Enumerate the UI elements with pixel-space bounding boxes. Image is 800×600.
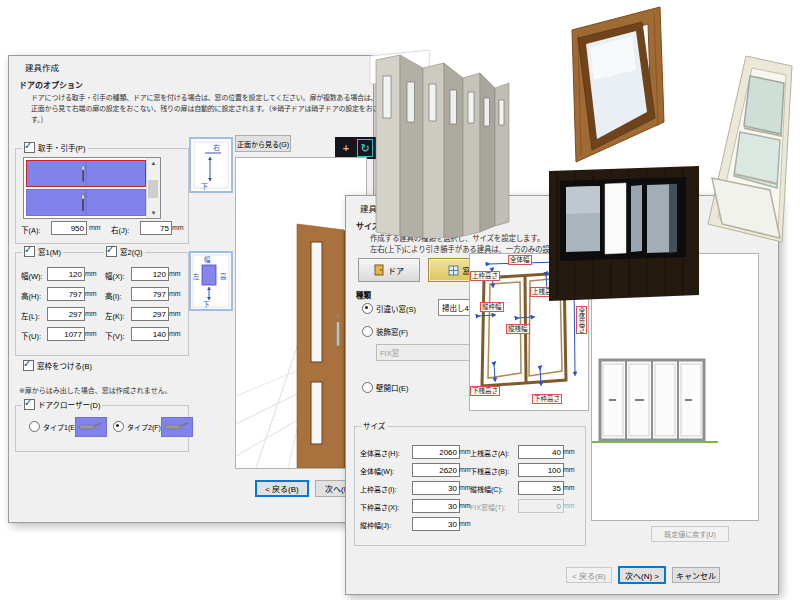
scroll-down-icon[interactable]: ▼ (147, 208, 160, 218)
awning-window-3d-image (694, 42, 800, 250)
sliding-window-radio-label: 引違い窓(S) (376, 303, 416, 314)
bottom-frame-unit: mm (459, 502, 471, 509)
sliding-window-radio[interactable] (362, 303, 373, 314)
door-options-desc1: ドアにつける取手・引手の種類、ドアに窓を付ける場合は、窓の位置を設定してください… (31, 92, 377, 102)
dim-overall-height: 全体高さ (576, 306, 587, 334)
handle-list-scrollbar[interactable]: ▲ ▼ (146, 158, 160, 218)
pan-icon[interactable]: + (338, 140, 354, 156)
handle-right-label: 右(J): (111, 224, 129, 235)
fix-window-input (518, 499, 564, 513)
w2-height-label: 高(I): (105, 290, 122, 301)
handle-bottom-unit: mm (89, 224, 101, 231)
closer-type2-label: タイプ2(F) (127, 422, 161, 432)
w1-height-unit: mm (85, 290, 97, 297)
folding-door-3d-image (368, 46, 538, 238)
side-frame-input[interactable] (412, 517, 460, 531)
center-rail-input[interactable] (518, 481, 564, 495)
screenshot-canvas: 建具作成 ドアのオプション ドアにつける取手・引手の種類、ドアに窓を付ける場合は… (0, 0, 800, 600)
thumb2-left-label: 左 (193, 272, 200, 280)
bottom-frame-label: 下枠高さ(X): (360, 502, 399, 512)
w1-bottom-unit: mm (85, 330, 97, 337)
closer-type2-radio[interactable] (113, 421, 124, 432)
w1-left-unit: mm (85, 310, 97, 317)
fix-window-label: FIX窓幅(T): (470, 502, 506, 512)
handle-bottom-input[interactable] (51, 221, 87, 235)
tab-door-label: ドア (388, 265, 404, 276)
side-frame-unit: mm (459, 520, 471, 527)
wall-opening-radio[interactable] (362, 382, 373, 393)
w1-height-label: 高(H): (21, 290, 41, 301)
window1-checkbox[interactable] (24, 246, 35, 257)
dim-bottom-rail: 下桟高さ (470, 386, 500, 396)
bottom-rail-label: 下桟高さ(B): (470, 466, 509, 476)
w2-width-input[interactable] (131, 267, 169, 281)
top-rail-label: 上桟高さ(A): (470, 448, 509, 458)
top-frame-unit: mm (459, 484, 471, 491)
window-position-diagram: 幅 高 左 下 (189, 251, 233, 311)
w1-width-label: 幅(W): (21, 270, 43, 281)
window-frame-checkbox[interactable] (23, 360, 34, 371)
w2-left-label: 左(K): (105, 310, 125, 321)
w2-height-input[interactable] (131, 287, 169, 301)
handle-style-option-2[interactable] (26, 189, 146, 216)
center-rail-unit: mm (563, 484, 575, 491)
top-frame-input[interactable] (412, 481, 460, 495)
w1-height-input[interactable] (47, 287, 85, 301)
type-group-label: 種類 (356, 289, 371, 300)
w1-width-input[interactable] (47, 267, 85, 281)
dim-bottom-frame: 下枠高さ (532, 394, 562, 404)
tab-door[interactable]: ドア (358, 258, 420, 282)
decorative-window-radio[interactable] (362, 326, 373, 337)
overall-height-unit: mm (459, 448, 471, 455)
door-closer-icon (162, 418, 190, 434)
size-back-button: < 戻る(B) (566, 567, 612, 583)
handle-style-list[interactable]: ▲ ▼ (23, 157, 161, 219)
front-view-button[interactable]: 正面から見る(G) (235, 135, 291, 152)
thumb1-bottom-label: 下 (201, 183, 208, 191)
w2-bottom-input[interactable] (131, 327, 169, 341)
dim-top-frame: 上枠高さ (470, 271, 500, 281)
door-handle-icon (27, 190, 145, 215)
dim-center-rail: 縦桟幅 (506, 324, 530, 334)
side-frame-label: 縦枠幅(J): (360, 520, 391, 530)
top-frame-label: 上枠高さ(I): (360, 484, 397, 494)
overall-width-unit: mm (459, 466, 471, 473)
bottom-rail-input[interactable] (518, 463, 564, 477)
window2-checkbox-label: 窓2(Q) (120, 246, 143, 257)
dialog-door-title: 建具作成 (25, 61, 59, 73)
handle-position-diagram: 右 下 (189, 137, 233, 193)
dark-sliding-window-3d-image (545, 163, 703, 303)
decorative-type-value: FIX窓 (380, 347, 399, 358)
dialog-door-options: 建具作成 ドアのオプション ドアにつける取手・引手の種類、ドアに窓を付ける場合は… (8, 55, 374, 523)
handle-style-option-selected[interactable] (26, 160, 146, 187)
door-closer-checkbox-label: ドアクローザー(D) (38, 399, 100, 410)
door-handle-icon (30, 161, 142, 186)
window-frame-checkbox-label: 窓枠をつける(B) (37, 360, 92, 371)
handle-checkbox[interactable] (24, 142, 35, 153)
w1-bottom-input[interactable] (47, 327, 85, 341)
thumb2-bottom-label: 下 (203, 301, 210, 309)
handle-right-input[interactable] (140, 221, 172, 235)
overall-height-label: 全体高さ(H): (360, 448, 400, 458)
top-rail-unit: mm (563, 448, 575, 455)
handle-checkbox-label: 取手・引手(P) (38, 142, 86, 153)
w2-left-input[interactable] (131, 307, 169, 321)
bottom-rail-unit: mm (563, 466, 575, 473)
overall-height-input[interactable] (412, 445, 460, 459)
reset-defaults-button: 既定値に戻す(U) (651, 526, 729, 542)
scroll-up-icon[interactable]: ▲ (147, 158, 160, 168)
closer-type1-label: タイプ1(E) (43, 422, 77, 432)
door-closer-checkbox[interactable] (24, 399, 35, 410)
bottom-frame-input[interactable] (412, 499, 460, 513)
closer-type1-radio[interactable] (29, 421, 40, 432)
scrollbar-thumb[interactable] (148, 180, 158, 198)
top-rail-input[interactable] (518, 445, 564, 459)
w2-bottom-label: 下(V): (105, 330, 125, 341)
window2-checkbox[interactable] (106, 246, 117, 257)
size-next-button[interactable]: 次へ(N) > (618, 566, 666, 584)
w1-left-input[interactable] (47, 307, 85, 321)
size-cancel-button[interactable]: キャンセル (672, 567, 720, 583)
overall-width-input[interactable] (412, 463, 460, 477)
w1-width-unit: mm (85, 270, 97, 277)
door-back-button[interactable]: < 戻る(B) (255, 480, 309, 497)
